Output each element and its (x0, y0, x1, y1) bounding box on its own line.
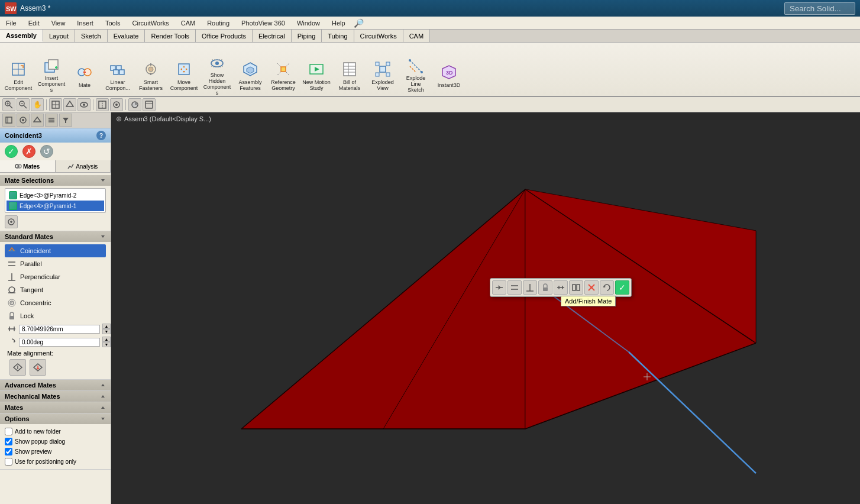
float-btn-parallel[interactable] (507, 280, 522, 295)
tab-tubing[interactable]: Tubing (322, 30, 354, 42)
dim-value-1[interactable] (19, 325, 100, 334)
menu-tools[interactable]: Tools (99, 18, 127, 28)
tree-header-label: Assem3 (Default<Display S...) (124, 115, 211, 122)
float-btn-cancel[interactable] (584, 280, 599, 295)
search-input[interactable] (784, 2, 855, 15)
menu-insert[interactable]: Insert (71, 18, 99, 28)
fm-tab-icon-4[interactable] (45, 114, 58, 127)
tab-layout[interactable]: Layout (43, 30, 75, 42)
btn-explode-line-sketch[interactable]: ExplodeLineSketch (400, 57, 432, 95)
display-style-btn[interactable] (63, 98, 76, 111)
fm-tab-icon-1[interactable] (2, 114, 15, 127)
menu-circuitworks[interactable]: CircuitWorks (127, 18, 175, 28)
mate-selection-item-1[interactable]: Edge<3>@Pyramid-2 (7, 190, 104, 201)
float-btn-coincident[interactable] (492, 280, 506, 295)
dim-spinner-down-1[interactable]: ▼ (102, 329, 111, 334)
tab-circuitworks[interactable]: CircuitWorks (354, 30, 403, 42)
fm-help-btn[interactable]: ? (96, 131, 106, 140)
fm-section-standard-mates-header[interactable]: Standard Mates (0, 231, 111, 242)
zoom-in-btn[interactable] (17, 98, 30, 111)
tab-sketch[interactable]: Sketch (75, 30, 108, 42)
tab-assembly[interactable]: Assembly (0, 30, 43, 42)
fm-section-options-header[interactable]: Options (0, 413, 111, 424)
option-add-to-folder-check[interactable] (5, 428, 12, 435)
fm-tab-icon-3[interactable] (31, 114, 44, 127)
fm-cancel-btn[interactable]: ✗ (22, 145, 35, 158)
float-btn-lock[interactable] (538, 280, 552, 295)
fm-tab-analysis[interactable]: Analysis (56, 160, 111, 172)
float-btn-confirm[interactable]: ✓ (615, 280, 629, 295)
view-orientation-btn[interactable] (49, 98, 62, 111)
pan-btn[interactable]: ✋ (31, 98, 44, 111)
view-settings-btn[interactable] (110, 98, 123, 111)
mate-concentric[interactable]: Concentric (5, 296, 106, 309)
fm-tab-icon-filter[interactable] (59, 114, 72, 127)
btn-exploded-view[interactable]: ExplodedView (367, 57, 399, 95)
mate-perpendicular[interactable]: Perpendicular (5, 270, 106, 283)
fm-section-advanced-mates-header[interactable]: Advanced Mates (0, 380, 111, 390)
float-btn-align1[interactable] (554, 280, 568, 295)
dim-value-2[interactable] (19, 338, 100, 347)
fm-section-mates-header[interactable]: Mates (0, 402, 111, 413)
mate-lock[interactable]: Lock (5, 309, 106, 322)
zoom-to-fit-btn[interactable] (2, 98, 15, 111)
btn-insert-components[interactable]: InsertComponents (35, 57, 67, 95)
fm-reset-btn[interactable]: ↺ (40, 145, 53, 158)
appearance-btn[interactable] (128, 98, 141, 111)
mate-coincident[interactable]: Coincident (5, 244, 106, 257)
mate-tangent[interactable]: Tangent (5, 283, 106, 296)
option-positioning-only-check[interactable] (5, 458, 12, 466)
scenes-btn[interactable] (143, 98, 156, 111)
hide-show-btn[interactable] (77, 98, 90, 111)
btn-smart-fasteners[interactable]: SmartFasteners (135, 57, 167, 95)
dim-spinner-up-2[interactable]: ▲ (102, 337, 111, 342)
tab-electrical[interactable]: Electrical (253, 30, 292, 42)
tree-expand-icon[interactable]: ⊕ (116, 115, 122, 123)
viewport[interactable]: ⊕ Assem3 (Default<Display S...) (111, 112, 860, 504)
fm-tab-mates[interactable]: Mates (0, 160, 56, 172)
tab-render-tools[interactable]: Render Tools (145, 30, 196, 42)
tab-cam[interactable]: CAM (403, 30, 430, 42)
menu-photoview[interactable]: PhotoView 360 (235, 18, 291, 28)
float-btn-perpendicular[interactable] (523, 280, 537, 295)
float-btn-align2[interactable] (569, 280, 583, 295)
section-view-btn[interactable] (96, 98, 109, 111)
btn-new-motion-study[interactable]: New MotionStudy (300, 57, 332, 95)
btn-mate[interactable]: Mate (69, 57, 101, 95)
btn-bill-of-materials[interactable]: Bill ofMaterials (334, 57, 366, 95)
fm-section-mate-selections-header[interactable]: Mate Selections (0, 175, 111, 186)
fm-confirm-btn[interactable]: ✓ (5, 145, 18, 158)
btn-assembly-features[interactable]: AssemblyFeatures (234, 57, 266, 95)
menu-help-icon[interactable]: 🔎 (354, 18, 364, 28)
float-btn-reset[interactable] (600, 280, 614, 295)
mate-align-btn-1[interactable] (9, 359, 26, 376)
fm-section-mechanical-mates-header[interactable]: Mechanical Mates (0, 391, 111, 402)
tab-evaluate[interactable]: Evaluate (108, 30, 146, 42)
btn-reference-geometry[interactable]: ReferenceGeometry (267, 57, 299, 95)
mate-selection-add-btn[interactable] (5, 215, 18, 228)
mate-parallel[interactable]: Parallel (5, 257, 106, 270)
menu-cam[interactable]: CAM (175, 18, 201, 28)
mate-selection-item-2[interactable]: Edge<4>@Pyramid-1 (7, 201, 104, 211)
mate-align-btn-2[interactable] (30, 359, 46, 376)
menu-file[interactable]: File (0, 18, 22, 28)
tab-office-products[interactable]: Office Products (196, 30, 253, 42)
fm-tab-icon-2[interactable] (17, 114, 30, 127)
option-show-preview-check[interactable] (5, 448, 12, 455)
tab-piping[interactable]: Piping (292, 30, 322, 42)
btn-move-component[interactable]: MoveComponent (168, 57, 200, 95)
dim-spinner-down-2[interactable]: ▼ (102, 342, 111, 347)
menu-bar: File Edit View Insert Tools CircuitWorks… (0, 17, 860, 30)
menu-help[interactable]: Help (326, 18, 351, 28)
btn-instant3d[interactable]: 3D Instant3D (433, 57, 465, 95)
option-show-popup-check[interactable] (5, 438, 12, 445)
menu-view[interactable]: View (46, 18, 72, 28)
menu-edit[interactable]: Edit (22, 18, 46, 28)
menu-routing[interactable]: Routing (201, 18, 235, 28)
menu-window[interactable]: Window (291, 18, 326, 28)
btn-show-hidden[interactable]: ShowHiddenComponents (201, 57, 233, 95)
btn-edit-component[interactable]: EditComponent (2, 57, 34, 95)
dim-spinner-up-1[interactable]: ▲ (102, 324, 111, 329)
ribbon: Assembly Layout Sketch Evaluate Render T… (0, 30, 860, 97)
btn-linear-component[interactable]: LinearCompon... (102, 57, 134, 95)
